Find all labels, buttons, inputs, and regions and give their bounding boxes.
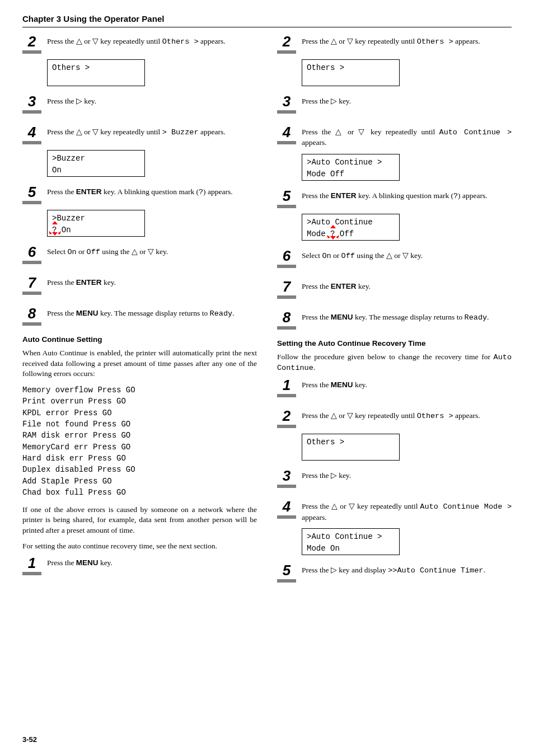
paragraph: Follow the procedure given below to chan… xyxy=(277,352,512,373)
step-1b: 1 Press the MENU key. xyxy=(22,557,257,575)
step-3c: 3 Press the ▷ key. xyxy=(277,469,512,488)
step-3r: 3 Press the ▷ key. xyxy=(277,95,512,114)
paragraph: For setting the auto continue recovery t… xyxy=(22,541,257,551)
step-num: 4 xyxy=(28,125,36,140)
step-num: 2 xyxy=(283,408,291,424)
step-num: 5 xyxy=(283,189,291,204)
right-column: 2 Press the △ or ▽ key repeatedly until … xyxy=(277,35,512,588)
step-2c: 2 Press the △ or ▽ key repeatedly until … xyxy=(277,410,512,428)
step-num: 5 xyxy=(28,185,36,200)
error-item: RAM disk error Press GO xyxy=(22,430,257,441)
step-2: 2 Press the △ or ▽ key repeatedly until … xyxy=(22,35,257,54)
step-2r: 2 Press the △ or ▽ key repeatedly until … xyxy=(277,35,512,54)
step-text: Press the ENTER key. xyxy=(302,280,512,292)
step-text: Press the ENTER key. xyxy=(47,276,257,288)
error-item: Duplex disabled Press GO xyxy=(22,464,257,475)
step-6r: 6 Select On or Off using the △ or ▽ key. xyxy=(277,250,512,268)
step-num: 6 xyxy=(283,248,291,264)
step-text: Press the MENU key. The message display … xyxy=(47,307,257,319)
up-triangle-icon: △ xyxy=(132,247,138,256)
chapter-title: Chapter 3 Using the Operator Panel xyxy=(22,13,512,27)
page-number: 3-52 xyxy=(22,735,37,745)
step-5r: 5 Press the ENTER key. A blinking questi… xyxy=(277,190,512,208)
error-item: MemoryCard err Press GO xyxy=(22,442,257,453)
error-item: Hard disk err Press GO xyxy=(22,453,257,464)
step-3: 3 Press the ▷ key. xyxy=(22,95,257,114)
step-text: Select On or Off using the △ or ▽ key. xyxy=(302,250,512,261)
step-num: 2 xyxy=(28,34,36,49)
right-triangle-icon: ▷ xyxy=(331,97,337,105)
down-triangle-icon: ▽ xyxy=(402,251,409,260)
left-column: 2 Press the △ or ▽ key repeatedly until … xyxy=(22,35,257,588)
step-num: 5 xyxy=(283,563,291,578)
step-4: 4 Press the △ or ▽ key repeatedly until … xyxy=(22,126,257,144)
lcd-display: Others > xyxy=(302,434,400,461)
lcd-display: >Auto Continue > Mode Off xyxy=(302,154,400,181)
step-num: 4 xyxy=(283,125,291,140)
step-8r: 8 Press the MENU key. The message displa… xyxy=(277,311,512,330)
error-item: Print overrun Press GO xyxy=(22,396,257,407)
step-num: 8 xyxy=(283,310,291,325)
step-6: 6 Select On or Off using the △ or ▽ key. xyxy=(22,246,257,264)
error-item: File not found Press GO xyxy=(22,419,257,430)
lcd-display: >Auto Continue >Mode On xyxy=(302,528,400,555)
step-7r: 7 Press the ENTER key. xyxy=(277,280,512,299)
paragraph: When Auto Continue is enabled, the print… xyxy=(22,348,257,379)
step-4c: 4 Press the △ or ▽ key repeatedly until … xyxy=(277,500,512,522)
step-text: Press the ▷ key. xyxy=(47,95,257,106)
step-num: 1 xyxy=(28,556,36,571)
up-triangle-icon: △ xyxy=(331,37,337,45)
step-text: Press the △ or ▽ key repeatedly until Au… xyxy=(302,126,512,148)
step-1c: 1 Press the MENU key. xyxy=(277,379,512,397)
step-4r: 4 Press the △ or ▽ key repeatedly until … xyxy=(277,126,512,148)
up-triangle-icon: △ xyxy=(76,128,82,136)
step-text: Press the MENU key. xyxy=(47,557,257,568)
step-num: 7 xyxy=(28,275,36,290)
step-num: 3 xyxy=(28,94,36,109)
step-text: Press the △ or ▽ key repeatedly until Au… xyxy=(302,500,512,522)
step-num: 8 xyxy=(28,306,36,321)
subsection-heading: Setting the Auto Continue Recovery Time xyxy=(277,339,512,349)
step-5: 5 Press the ENTER key. A blinking questi… xyxy=(22,186,257,204)
lcd-display: >Auto Continue Mode ? Off xyxy=(302,214,400,241)
step-text: Press the △ or ▽ key repeatedly until Ot… xyxy=(302,410,512,421)
step-num: 4 xyxy=(283,499,291,514)
step-text: Press the △ or ▽ key repeatedly until Ot… xyxy=(47,35,257,47)
down-triangle-icon: ▽ xyxy=(347,37,353,45)
lcd-display: Others > xyxy=(47,59,145,86)
step-num: 1 xyxy=(283,378,291,393)
error-item: Memory overflow Press GO xyxy=(22,384,257,396)
right-triangle-icon: ▷ xyxy=(331,566,337,574)
up-triangle-icon: △ xyxy=(76,37,82,45)
up-triangle-icon: △ xyxy=(331,502,338,510)
step-text: Press the △ or ▽ key repeatedly until Ot… xyxy=(302,35,512,47)
step-text: Press the ▷ key. xyxy=(302,469,512,481)
error-item: Add Staple Press GO xyxy=(22,476,257,487)
subsection-heading: Auto Continue Setting xyxy=(22,335,257,345)
step-text: Press the MENU key. The message display … xyxy=(302,311,512,323)
lcd-display: >Buzzer ? On xyxy=(47,210,145,237)
up-triangle-icon: △ xyxy=(386,251,392,260)
right-triangle-icon: ▷ xyxy=(331,471,337,480)
step-num: 3 xyxy=(283,468,291,483)
step-text: Press the ▷ key and display >>Auto Conti… xyxy=(302,564,512,576)
paragraph: If one of the above errors is caused by … xyxy=(22,505,257,536)
down-triangle-icon: ▽ xyxy=(349,502,355,510)
step-num: 3 xyxy=(283,94,291,109)
step-text: Press the ▷ key. xyxy=(302,95,512,106)
step-num: 6 xyxy=(28,245,36,260)
down-triangle-icon: ▽ xyxy=(92,37,99,45)
error-list: Memory overflow Press GO Print overrun P… xyxy=(22,384,257,498)
down-triangle-icon: ▽ xyxy=(347,411,353,420)
error-item: KPDL error Press GO xyxy=(22,407,257,419)
up-triangle-icon: △ xyxy=(335,128,344,136)
error-item: Chad box full Press GO xyxy=(22,487,257,498)
down-triangle-icon: ▽ xyxy=(358,128,367,136)
up-triangle-icon: △ xyxy=(331,411,337,420)
step-text: Press the ENTER key. A blinking question… xyxy=(47,186,257,198)
step-text: Select On or Off using the △ or ▽ key. xyxy=(47,246,257,257)
step-text: Press the MENU key. xyxy=(302,379,512,390)
step-8: 8 Press the MENU key. The message displa… xyxy=(22,307,257,326)
step-num: 2 xyxy=(283,34,291,49)
right-triangle-icon: ▷ xyxy=(76,97,82,105)
